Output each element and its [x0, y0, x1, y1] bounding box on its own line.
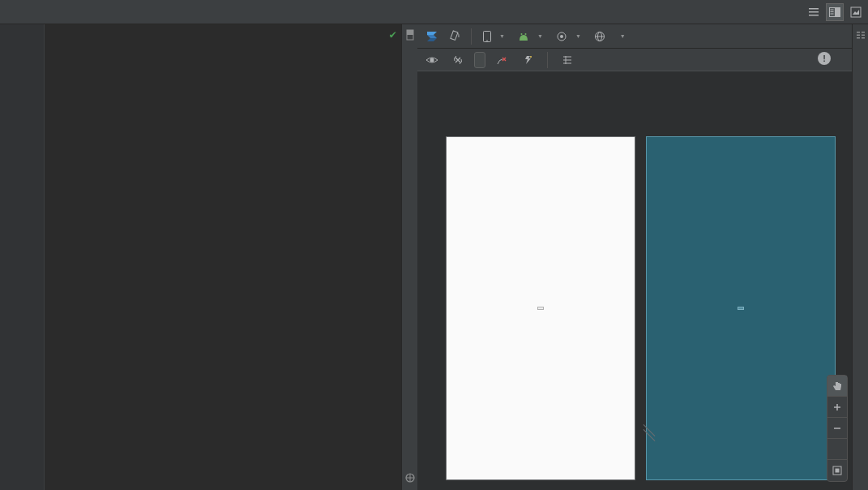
svg-marker-14: [427, 35, 437, 38]
design-preview-blueprint[interactable]: [646, 136, 836, 480]
orientation-icon[interactable]: [445, 28, 464, 45]
show-palette-icon[interactable]: [404, 29, 416, 41]
split-view-button[interactable]: [826, 3, 844, 21]
svg-point-26: [430, 58, 434, 62]
svg-point-18: [486, 40, 488, 41]
design-preview-light[interactable]: [446, 136, 635, 480]
resize-handle[interactable]: [643, 427, 656, 440]
svg-point-22: [560, 35, 563, 38]
zoom-11-button[interactable]: [827, 439, 847, 460]
preview-text-light[interactable]: [537, 307, 544, 310]
svg-rect-38: [862, 32, 865, 33]
guidelines-icon[interactable]: [558, 51, 577, 69]
default-margin-selector[interactable]: [474, 52, 485, 68]
design-surface-icon[interactable]: [422, 28, 442, 45]
svg-marker-15: [427, 38, 437, 41]
code-area[interactable]: ✔: [45, 24, 401, 490]
line-gutter: [0, 24, 45, 490]
svg-rect-40: [862, 35, 865, 37]
svg-rect-36: [836, 469, 840, 473]
svg-rect-37: [857, 32, 860, 33]
svg-marker-13: [427, 32, 437, 35]
pan-button[interactable]: [827, 376, 847, 397]
design-panel: ▼ ▼ ▼ ▼ !: [417, 24, 852, 490]
infer-constraints-icon[interactable]: [518, 51, 537, 69]
svg-rect-5: [831, 9, 834, 10]
zoom-controls: [827, 375, 848, 482]
view-options-icon[interactable]: [422, 51, 442, 69]
analysis-ok-icon: ✔: [390, 27, 396, 41]
svg-point-19: [520, 33, 522, 35]
zoom-in-button[interactable]: [827, 397, 847, 418]
code-editor[interactable]: ✔: [0, 24, 401, 490]
zoom-fit-button[interactable]: [827, 460, 847, 481]
svg-rect-41: [857, 37, 860, 39]
design-view-button[interactable]: [847, 3, 865, 21]
svg-rect-0: [809, 8, 819, 10]
api-selector[interactable]: ▼: [513, 28, 548, 45]
design-toolbar-2: [417, 49, 852, 71]
design-toolbar-1: ▼ ▼ ▼ ▼: [417, 24, 852, 49]
view-mode-toolbar: [0, 0, 868, 24]
svg-rect-39: [857, 35, 860, 37]
svg-marker-9: [853, 10, 859, 15]
svg-point-20: [524, 33, 526, 35]
svg-rect-7: [831, 13, 834, 14]
attributes-icon[interactable]: [855, 29, 866, 41]
theme-selector[interactable]: ▼: [551, 28, 586, 45]
locale-selector[interactable]: ▼: [589, 28, 631, 45]
code-view-button[interactable]: [805, 3, 823, 21]
svg-rect-2: [809, 15, 819, 16]
preview-text-blueprint[interactable]: [738, 307, 744, 310]
svg-rect-11: [407, 30, 413, 35]
clear-constraints-icon[interactable]: [492, 51, 511, 69]
warnings-icon[interactable]: !: [818, 52, 831, 65]
autoconnect-icon[interactable]: [448, 51, 468, 69]
svg-rect-16: [451, 30, 458, 39]
palette-sidebar: [401, 24, 417, 490]
design-canvas[interactable]: [417, 71, 852, 490]
svg-rect-42: [862, 37, 865, 39]
component-tree-icon[interactable]: [404, 472, 416, 484]
svg-rect-1: [809, 11, 819, 13]
device-selector[interactable]: ▼: [478, 28, 510, 45]
zoom-out-button[interactable]: [827, 418, 847, 439]
svg-rect-6: [831, 11, 834, 12]
svg-rect-4: [835, 8, 840, 16]
attributes-sidebar: [852, 24, 868, 490]
svg-point-27: [530, 56, 532, 58]
